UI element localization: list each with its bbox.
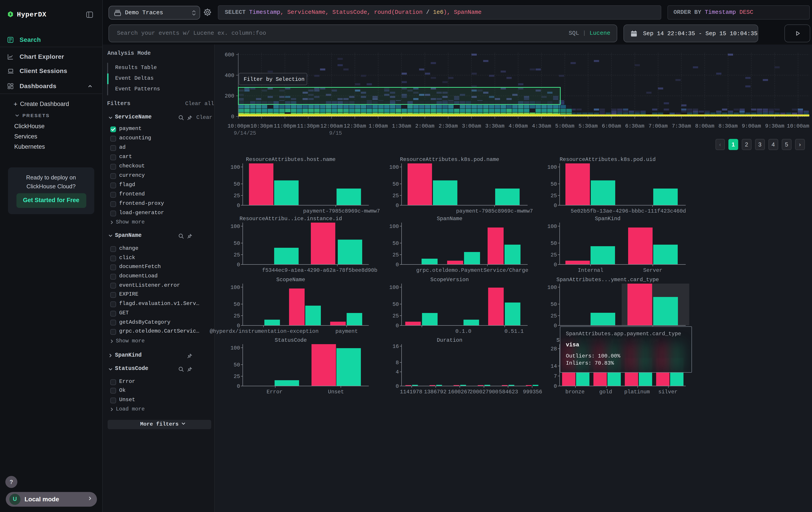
svg-text:50: 50: [393, 240, 399, 246]
svg-text:50: 50: [551, 181, 557, 187]
svg-text:100: 100: [547, 285, 557, 291]
svg-text:50: 50: [393, 301, 399, 307]
svg-text:100: 100: [547, 164, 557, 170]
svg-text:10:30pm: 10:30pm: [250, 123, 273, 129]
svg-text:100: 100: [230, 345, 240, 351]
svg-text:25: 25: [551, 313, 557, 319]
svg-text:ScopeName: ScopeName: [277, 277, 305, 283]
svg-text:9/15: 9/15: [329, 130, 342, 136]
svg-text:25: 25: [551, 252, 557, 258]
svg-text:ResourceAttribu..ice.instance.: ResourceAttribu..ice.instance.id: [239, 216, 342, 222]
svg-text:platinum: platinum: [624, 389, 650, 395]
svg-text:100: 100: [547, 223, 557, 230]
svg-text:0: 0: [237, 383, 240, 389]
svg-text:0: 0: [554, 323, 557, 329]
svg-text:Filter by Selection: Filter by Selection: [244, 76, 304, 82]
svg-text:6:30am: 6:30am: [625, 123, 644, 129]
svg-text:ResourceAttributes.k8s.pod.nam: ResourceAttributes.k8s.pod.name: [400, 157, 499, 162]
svg-text:0: 0: [237, 203, 240, 209]
svg-text:Internal: Internal: [578, 267, 603, 273]
svg-text:0: 0: [396, 262, 399, 268]
svg-text:9:30am: 9:30am: [765, 123, 784, 129]
svg-text:25: 25: [234, 374, 240, 380]
svg-text:200: 200: [225, 93, 234, 99]
svg-text:2:00am: 2:00am: [415, 123, 434, 129]
svg-text:9/14/25: 9/14/25: [234, 130, 256, 136]
svg-text:0: 0: [237, 323, 240, 329]
svg-text:8:00am: 8:00am: [695, 123, 714, 129]
svg-text:StatusCode: StatusCode: [275, 337, 307, 343]
svg-text:50: 50: [551, 240, 557, 246]
svg-text:0.1.0: 0.1.0: [455, 328, 471, 334]
svg-text:16: 16: [393, 344, 399, 350]
svg-text:12:30am: 12:30am: [344, 123, 366, 129]
svg-text:25: 25: [393, 313, 399, 319]
svg-text:0: 0: [396, 323, 399, 329]
svg-text:ResourceAttributes.host.name: ResourceAttributes.host.name: [246, 157, 336, 162]
svg-text:ScopeVersion: ScopeVersion: [431, 277, 469, 283]
svg-text:1:00am: 1:00am: [369, 123, 388, 129]
svg-text:100: 100: [230, 285, 240, 291]
svg-text:50: 50: [393, 181, 399, 187]
svg-text:7:00am: 7:00am: [648, 123, 668, 129]
svg-text:25: 25: [234, 252, 240, 258]
svg-text:400: 400: [225, 73, 234, 79]
svg-text:4:30am: 4:30am: [532, 123, 551, 129]
svg-text:999356: 999356: [523, 389, 542, 395]
svg-text:10:00pm: 10:00pm: [228, 123, 250, 129]
svg-text:0: 0: [231, 114, 234, 120]
svg-text:14: 14: [551, 363, 557, 369]
svg-text:0: 0: [554, 203, 557, 209]
svg-text:f5344ec9-a1ea-4290-a62a-78f5be: f5344ec9-a1ea-4290-a62a-78f5bee8d90b: [262, 267, 377, 273]
svg-text:ResourceAttributes.k8s.pod.uid: ResourceAttributes.k8s.pod.uid: [560, 157, 656, 162]
svg-text:0: 0: [237, 262, 240, 268]
svg-text:grpc.oteldemo.PaymentService/C: grpc.oteldemo.PaymentService/Charge: [416, 267, 528, 273]
svg-text:25: 25: [551, 193, 557, 199]
svg-text:11:00pm: 11:00pm: [274, 123, 296, 129]
svg-text:28: 28: [551, 346, 557, 352]
svg-text:SpanName: SpanName: [437, 216, 462, 222]
svg-text:Error: Error: [267, 389, 283, 395]
svg-text:payment-7985c8969c-mwmw7: payment-7985c8969c-mwmw7: [456, 208, 533, 214]
svg-text:payment-7985c8969c-mwmw7: payment-7985c8969c-mwmw7: [303, 208, 380, 214]
svg-text:100: 100: [389, 223, 399, 230]
svg-text:100: 100: [389, 164, 399, 170]
svg-text:bronze: bronze: [566, 389, 584, 395]
svg-text:25: 25: [234, 313, 240, 319]
svg-text:SpanAttributes...yment.card_ty: SpanAttributes...yment.card_type: [556, 277, 659, 283]
svg-text:1386792: 1386792: [424, 389, 446, 395]
svg-text:1:30am: 1:30am: [392, 123, 411, 129]
svg-text:50: 50: [234, 181, 240, 187]
svg-text:50: 50: [234, 362, 240, 368]
svg-text:200027900: 200027900: [470, 389, 498, 395]
svg-text:9:00am: 9:00am: [742, 123, 761, 129]
svg-text:7: 7: [554, 373, 557, 379]
svg-text:12:00am: 12:00am: [320, 123, 343, 129]
svg-text:8:30am: 8:30am: [718, 123, 737, 129]
svg-text:5e02b5fb-13ae-4296-bbbc-111f42: 5e02b5fb-13ae-4296-bbbc-111f423c460d: [571, 208, 686, 214]
svg-text:100: 100: [230, 223, 240, 230]
svg-text:100: 100: [230, 164, 240, 170]
svg-text:Server: Server: [643, 267, 662, 273]
svg-text:100: 100: [389, 285, 399, 291]
svg-text:payment: payment: [336, 328, 358, 334]
svg-text:3:30am: 3:30am: [485, 123, 504, 129]
svg-text:11:30pm: 11:30pm: [297, 123, 320, 129]
svg-text:50: 50: [234, 240, 240, 246]
svg-text:SpanKind: SpanKind: [595, 216, 620, 222]
svg-text:0: 0: [554, 262, 557, 268]
svg-text:10:00am: 10:00am: [787, 123, 809, 129]
svg-text:584623: 584623: [499, 389, 518, 395]
svg-text:4: 4: [396, 369, 399, 375]
svg-text:0: 0: [396, 203, 399, 209]
svg-text:50: 50: [551, 301, 557, 307]
svg-text:0.51.1: 0.51.1: [504, 328, 524, 334]
svg-text:0: 0: [396, 383, 399, 389]
svg-text:Duration: Duration: [437, 337, 462, 343]
svg-text:25: 25: [234, 193, 240, 199]
svg-text:600: 600: [225, 52, 234, 58]
svg-text:25: 25: [393, 252, 399, 258]
svg-text:Unset: Unset: [328, 389, 344, 395]
svg-text:1141978: 1141978: [400, 389, 423, 395]
svg-text:50: 50: [234, 301, 240, 307]
